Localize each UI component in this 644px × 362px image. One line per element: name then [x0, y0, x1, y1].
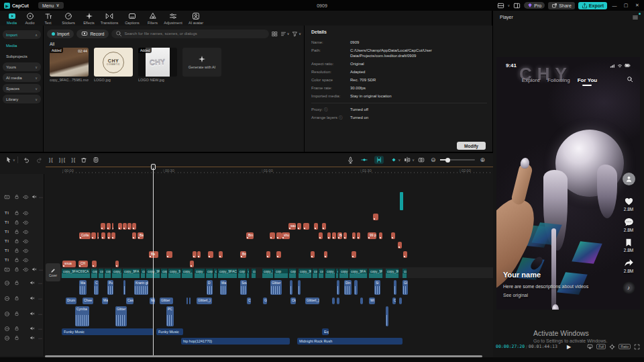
text-clip[interactable] — [391, 232, 395, 239]
tab-explore[interactable]: Explore — [522, 77, 540, 83]
more-icon[interactable]: ⋯ — [39, 267, 44, 272]
video-clip[interactable]: cc — [402, 269, 407, 278]
ribbon-item-adjustment[interactable]: Adjustment — [162, 11, 184, 26]
music-clip[interactable]: hip hop(1241770) — [181, 338, 290, 345]
sort-button[interactable]: ∨ — [280, 31, 290, 37]
sfx-clip[interactable] — [354, 280, 358, 295]
video-clip[interactable]: co — [99, 269, 104, 278]
generate-with-ai-button[interactable]: Generate with AI — [182, 48, 221, 77]
sfx-clip[interactable] — [123, 280, 125, 295]
tab-following[interactable]: Following — [547, 77, 570, 83]
lock-icon[interactable] — [14, 194, 19, 199]
sfxs-clip[interactable]: C — [247, 298, 251, 304]
text-clip[interactable]: Ba — [138, 232, 144, 239]
text-clip[interactable] — [115, 261, 119, 267]
ribbon-item-ai-avatar[interactable]: AI avatar — [184, 11, 207, 26]
filter-button[interactable]: ∨ — [292, 31, 301, 37]
sfx-clip[interactable]: Ma — [220, 280, 227, 295]
frame-grab-icon[interactable] — [587, 344, 593, 350]
ribbon-item-captions[interactable]: Captions — [121, 11, 144, 26]
media-item[interactable]: CHYCOSMETICLOGO.jpg — [94, 48, 133, 82]
video-clip[interactable]: cop — [289, 269, 297, 278]
text-clip[interactable] — [276, 251, 281, 258]
video-clip[interactable]: copy_ — [182, 269, 193, 278]
visibility-icon[interactable] — [23, 248, 29, 254]
more-icon[interactable]: ⋯ — [38, 296, 43, 301]
player-menu-icon[interactable] — [632, 14, 639, 21]
visibility-icon[interactable] — [23, 194, 29, 200]
text-clip[interactable] — [132, 232, 136, 239]
sfxs-clip[interactable] — [337, 298, 339, 304]
more-icon[interactable]: ⋯ — [38, 281, 43, 285]
video-clip[interactable]: copy_9FAC6 — [218, 269, 237, 278]
ribbon-item-audio[interactable]: Audio — [21, 11, 39, 26]
music-clip[interactable]: Funky Music — [156, 328, 183, 335]
mute-icon[interactable] — [32, 194, 37, 199]
text-clip[interactable] — [132, 223, 136, 230]
grid-view-icon[interactable] — [272, 31, 278, 37]
overlay-clip[interactable] — [400, 192, 403, 210]
lock-icon[interactable] — [14, 210, 19, 216]
text-clip[interactable] — [398, 242, 402, 248]
visibility-icon[interactable] — [23, 238, 29, 244]
lock-icon[interactable] — [14, 311, 19, 316]
lock-icon[interactable] — [14, 267, 19, 272]
sfx-clip[interactable] — [290, 280, 292, 295]
sfx-clip[interactable]: D — [207, 280, 213, 295]
mute-icon[interactable] — [30, 311, 35, 316]
text-clip[interactable] — [219, 251, 223, 258]
lock-icon[interactable] — [14, 296, 19, 301]
feed-search-icon[interactable] — [627, 76, 633, 83]
more-icon[interactable]: ⋯ — [38, 336, 43, 341]
sfx-clip[interactable]: C — [94, 280, 99, 295]
sfx-clip[interactable] — [298, 280, 301, 295]
track-type-icon[interactable] — [4, 267, 10, 273]
sfxs-clip[interactable]: Ma — [102, 298, 108, 304]
text-clip[interactable] — [118, 223, 122, 230]
sfxt-clip[interactable]: Glitter — [115, 306, 127, 326]
text-clip[interactable] — [101, 223, 105, 230]
sfxs-clip[interactable]: Casi — [126, 298, 133, 304]
image-thumbnail[interactable]: CHYAdded — [138, 48, 177, 77]
video-clip[interactable]: co — [319, 269, 324, 278]
text-clip[interactable] — [379, 232, 382, 239]
sfx-clip[interactable] — [337, 280, 339, 295]
more-icon[interactable]: ⋯ — [38, 326, 43, 331]
music-clip[interactable]: Funky Music — [62, 328, 154, 335]
like-icon[interactable] — [624, 196, 634, 206]
video-clip[interactable]: copy_9F — [299, 269, 312, 278]
ribbon-item-transitions[interactable]: Transitions — [98, 11, 121, 26]
export-button[interactable]: Export — [578, 2, 607, 9]
media-item[interactable]: CHYAddedLOGO NEW.jpg — [138, 48, 177, 82]
audio-track-icon[interactable] — [4, 326, 10, 332]
cover-button[interactable]: Cover — [46, 263, 60, 281]
search-input[interactable] — [124, 32, 264, 36]
text-clip[interactable] — [166, 251, 172, 258]
full-toggle[interactable]: Full — [596, 344, 606, 349]
text-clip[interactable] — [314, 223, 318, 230]
ribbon-item-filters[interactable]: Filters — [144, 11, 162, 26]
visibility-icon[interactable] — [23, 267, 29, 273]
sidebar-item-ai-media[interactable]: AI media∨ — [3, 73, 41, 82]
play-button[interactable]: ▶ — [567, 344, 571, 350]
text-clip[interactable] — [276, 232, 282, 239]
text-clip[interactable] — [266, 251, 270, 258]
ribbon-item-stickers[interactable]: Stickers — [57, 11, 80, 26]
media-item[interactable]: Generate with AI — [182, 48, 221, 82]
text-clip[interactable] — [193, 251, 197, 258]
track-type-icon[interactable] — [4, 194, 10, 200]
lock-icon[interactable] — [14, 257, 19, 263]
share-button[interactable]: Share — [548, 2, 575, 9]
video-clip[interactable]: cop — [252, 269, 256, 278]
text-clip[interactable] — [319, 232, 323, 239]
text-clip[interactable] — [332, 232, 336, 239]
lock-icon[interactable] — [14, 229, 19, 234]
text-clip[interactable] — [352, 232, 356, 239]
video-clip[interactable]: c — [247, 269, 250, 278]
video-clip[interactable]: copy — [339, 269, 349, 278]
lock-icon[interactable] — [14, 335, 19, 341]
text-clip[interactable]: Bm — [240, 251, 246, 258]
sfxt-clip[interactable] — [386, 306, 388, 326]
text-clip[interactable]: CH — [78, 261, 88, 267]
music-disc-icon[interactable]: ♪ — [623, 281, 635, 294]
